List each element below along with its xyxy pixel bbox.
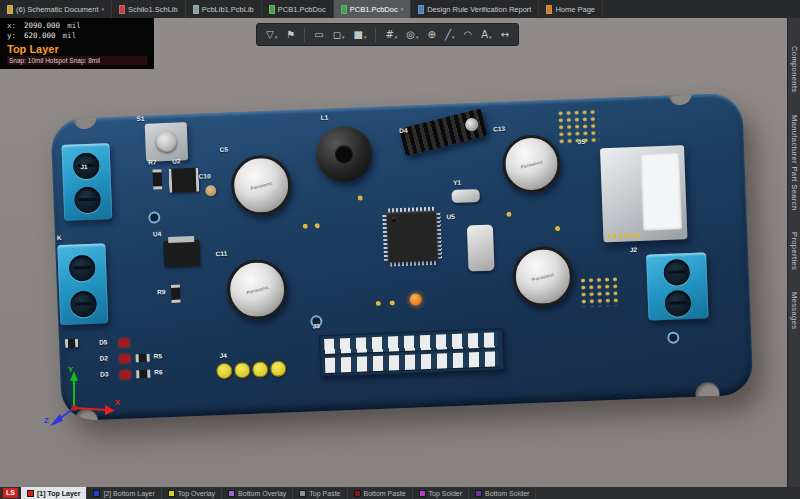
component-crystal-can[interactable] (467, 224, 495, 271)
lasso-select-tool[interactable]: ⚑ (286, 30, 295, 40)
pad-tool[interactable]: ◎ ▾ (406, 30, 418, 40)
layer-tab-top-layer[interactable]: [1] Top Layer (21, 487, 87, 499)
dashed-region-icon: ◻ (333, 30, 341, 40)
designator-d5: D5 (99, 339, 108, 346)
layer-tab-label: Top Overlay (178, 490, 215, 497)
header-pin-row (324, 332, 498, 354)
tab-label: PCB1.PcbDoc (350, 5, 398, 14)
schlib-document-icon (119, 5, 125, 14)
component-r9-resistor[interactable] (171, 285, 181, 303)
selection-filter-tool[interactable]: ▽ ▾ (266, 30, 277, 40)
document-selector[interactable]: (6) Schematic Document ▾ (0, 0, 112, 18)
layer-tab-bottom-solder[interactable]: Bottom Solder (469, 487, 536, 499)
panel-tab-manufacturer-part-search[interactable]: Manufacturer Part Search (790, 115, 799, 210)
component-s1-pushbutton[interactable] (145, 122, 188, 162)
designator-y1: Y1 (453, 180, 461, 187)
component-u4-regulator[interactable] (163, 240, 200, 267)
axes-arrows (46, 368, 122, 430)
layer-color-swatch (228, 490, 235, 497)
layer-tab-label: Bottom Solder (485, 490, 529, 497)
component-c11-capacitor[interactable]: Panasonic (226, 258, 288, 320)
layer-tab-top-solder[interactable]: Top Solder (413, 487, 469, 499)
component-capacitor[interactable]: Panasonic (512, 245, 574, 307)
lasso-icon: ⚑ (286, 30, 295, 40)
layer-tab-top-overlay[interactable]: Top Overlay (162, 487, 222, 499)
component-c13-capacitor[interactable]: Panasonic (501, 134, 561, 194)
via-tool[interactable]: ⊕ (428, 30, 436, 40)
capacitor-brand-text: Panasonic (520, 159, 543, 169)
region-select-tool[interactable]: ▭ (314, 30, 323, 40)
component-orange-led[interactable] (409, 293, 421, 305)
plated-hole (148, 211, 160, 223)
dashed-region-tool[interactable]: ◻ ▾ (333, 30, 345, 40)
designator-r9: R9 (157, 289, 166, 296)
layer-color-swatch (354, 490, 361, 497)
tab-design-rule-report[interactable]: Design Rule Verification Report (411, 0, 539, 18)
component-d2-led[interactable] (120, 355, 130, 363)
panel-tab-messages[interactable]: Messages (790, 292, 799, 329)
component-c5-capacitor[interactable]: Panasonic (230, 154, 292, 216)
component-r6-resistor[interactable] (136, 370, 150, 379)
component-y1-crystal[interactable] (451, 189, 479, 203)
panel-tab-properties[interactable]: Properties (790, 232, 799, 270)
arc-tool[interactable]: ◠ (464, 30, 473, 40)
chevron-down-icon: ▾ (275, 35, 278, 40)
component-j4-pad[interactable] (216, 363, 233, 380)
dimension-tool[interactable]: ↔ (501, 30, 509, 40)
component-k-terminal-block[interactable] (57, 243, 108, 325)
designator-u5: U5 (446, 214, 455, 221)
layer-tab-label: Top Paste (309, 490, 340, 497)
component-j5-sd-card-slot[interactable] (600, 145, 688, 242)
solid-region-tool[interactable]: ■ ▾ (353, 30, 366, 40)
component-r7-resistor[interactable] (152, 169, 162, 189)
layer-color-swatch (475, 490, 482, 497)
layer-color-swatch (299, 490, 306, 497)
component-j2-terminal-block[interactable] (646, 252, 708, 320)
chevron-down-icon: ▾ (102, 7, 105, 12)
component-j4-pad[interactable] (234, 362, 251, 379)
string-tool[interactable]: A ▾ (481, 30, 491, 40)
component-u2-ic[interactable] (168, 168, 199, 193)
tab-pcblib1[interactable]: PcbLib1.PcbLib (186, 0, 262, 18)
component-l1-inductor[interactable] (315, 125, 373, 183)
x-label: x: (7, 21, 16, 31)
sd-slot-pins (607, 233, 641, 239)
solder-pad (376, 301, 381, 306)
tab-home-page[interactable]: Home Page (539, 0, 603, 18)
tab-pcb1-first[interactable]: PCB1.PcbDoc (262, 0, 334, 18)
terminal-hole (70, 291, 97, 318)
panel-tab-components[interactable]: Components (790, 46, 799, 93)
screw-slot (79, 198, 97, 202)
component-c10-capacitor[interactable] (205, 185, 216, 196)
layer-tab-top-paste[interactable]: Top Paste (293, 487, 347, 499)
component-u5-microcontroller[interactable] (382, 207, 442, 267)
component-j3-pin-header[interactable] (319, 328, 504, 377)
designator-d2: D2 (100, 355, 109, 362)
layer-tab-bottom-layer[interactable]: [2] Bottom Layer (87, 487, 161, 499)
component-edge-resistor[interactable] (65, 339, 78, 348)
x-unit: mil (67, 21, 81, 31)
component-d4-heatsink[interactable] (399, 108, 487, 156)
layer-sets-button[interactable]: LS (3, 488, 18, 498)
chevron-down-icon: ▾ (452, 35, 455, 40)
sd-card (641, 152, 683, 230)
component-j4-pad[interactable] (270, 361, 287, 378)
home-icon (546, 5, 552, 14)
tab-pcb1-active[interactable]: PCB1.PcbDoc ▾ (334, 0, 411, 18)
track-tool[interactable]: ╱ ▾ (445, 30, 455, 40)
active-bar-toolbar: ▽ ▾ ⚑ ▭ ◻ ▾ ■ ▾ # ▾ ◎ (256, 23, 519, 46)
tab-schlib1[interactable]: Schilo1.SchLib (112, 0, 186, 18)
component-d5-led[interactable] (119, 339, 129, 347)
layer-tab-bottom-paste[interactable]: Bottom Paste (348, 487, 413, 499)
pcb-board[interactable]: Panasonic Panasonic Panasonic Panasonic (50, 93, 753, 421)
designator-j4: J4 (220, 353, 227, 360)
snap-grid-tool[interactable]: # ▾ (385, 30, 397, 40)
pcb-3d-canvas[interactable]: x: 2090.000 mil y: 620.000 mil Top Layer… (0, 18, 787, 487)
component-r5-resistor[interactable] (136, 354, 150, 363)
layer-color-swatch (27, 490, 34, 497)
component-j4-pad[interactable] (252, 361, 269, 378)
chevron-down-icon: ▾ (364, 35, 367, 40)
designator-c13: C13 (493, 126, 505, 133)
layer-tab-bottom-overlay[interactable]: Bottom Overlay (222, 487, 293, 499)
component-j1-terminal-block[interactable] (61, 143, 112, 221)
